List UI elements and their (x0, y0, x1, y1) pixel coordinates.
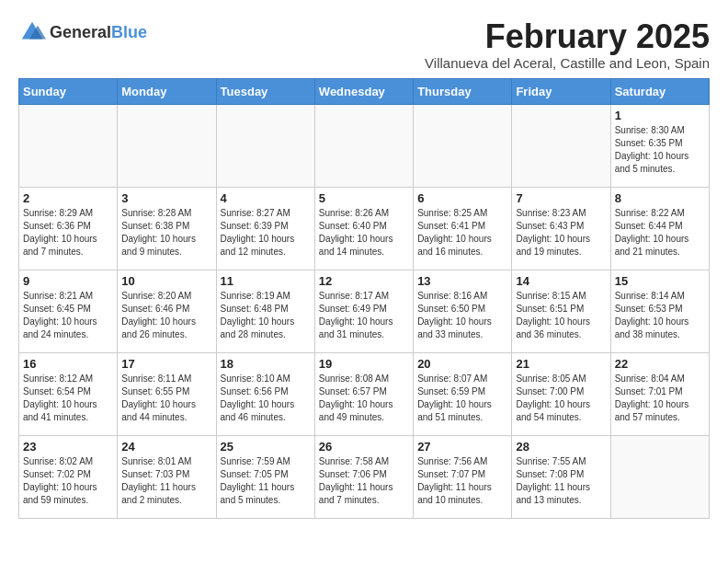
calendar-cell: 17Sunrise: 8:11 AM Sunset: 6:55 PM Dayli… (118, 352, 216, 435)
calendar-cell: 4Sunrise: 8:27 AM Sunset: 6:39 PM Daylig… (216, 187, 314, 270)
day-info: Sunrise: 8:01 AM Sunset: 7:03 PM Dayligh… (121, 455, 211, 507)
weekday-header-cell: Tuesday (216, 78, 314, 104)
day-number: 17 (121, 357, 211, 371)
day-info: Sunrise: 8:16 AM Sunset: 6:50 PM Dayligh… (417, 290, 507, 341)
calendar-cell: 1Sunrise: 8:30 AM Sunset: 6:35 PM Daylig… (610, 104, 709, 187)
weekday-header-cell: Wednesday (314, 78, 413, 104)
day-number: 11 (221, 274, 311, 288)
calendar-cell: 9Sunrise: 8:21 AM Sunset: 6:45 PM Daylig… (19, 270, 118, 352)
calendar-cell: 24Sunrise: 8:01 AM Sunset: 7:03 PM Dayli… (118, 435, 216, 518)
day-info: Sunrise: 8:04 AM Sunset: 7:01 PM Dayligh… (615, 373, 705, 424)
location-title: Villanueva del Aceral, Castille and Leon… (425, 55, 710, 71)
day-info: Sunrise: 8:14 AM Sunset: 6:53 PM Dayligh… (615, 290, 705, 341)
day-number: 28 (516, 440, 606, 454)
day-info: Sunrise: 8:12 AM Sunset: 6:54 PM Dayligh… (23, 373, 113, 424)
calendar-cell: 27Sunrise: 7:56 AM Sunset: 7:07 PM Dayli… (414, 435, 512, 518)
calendar-table: SundayMondayTuesdayWednesdayThursdayFrid… (18, 78, 710, 519)
day-info: Sunrise: 8:07 AM Sunset: 6:59 PM Dayligh… (417, 373, 507, 424)
title-section: February 2025 Villanueva del Aceral, Cas… (425, 18, 710, 71)
calendar-cell: 12Sunrise: 8:17 AM Sunset: 6:49 PM Dayli… (314, 270, 413, 352)
day-info: Sunrise: 8:25 AM Sunset: 6:41 PM Dayligh… (417, 207, 507, 259)
calendar-cell: 14Sunrise: 8:15 AM Sunset: 6:51 PM Dayli… (512, 270, 610, 352)
calendar-week-row: 9Sunrise: 8:21 AM Sunset: 6:45 PM Daylig… (19, 270, 710, 352)
day-number: 23 (23, 440, 113, 454)
day-info: Sunrise: 8:02 AM Sunset: 7:02 PM Dayligh… (23, 455, 113, 507)
calendar-body: 1Sunrise: 8:30 AM Sunset: 6:35 PM Daylig… (19, 104, 710, 518)
weekday-header-cell: Monday (118, 78, 216, 104)
calendar-cell (216, 104, 314, 187)
day-number: 3 (121, 191, 211, 205)
weekday-header-cell: Sunday (19, 78, 118, 104)
day-info: Sunrise: 8:30 AM Sunset: 6:35 PM Dayligh… (615, 124, 705, 176)
day-number: 1 (615, 109, 705, 122)
calendar-cell: 25Sunrise: 7:59 AM Sunset: 7:05 PM Dayli… (216, 435, 314, 518)
logo-text-blue: Blue (111, 23, 147, 41)
calendar-cell: 20Sunrise: 8:07 AM Sunset: 6:59 PM Dayli… (414, 352, 512, 435)
calendar-week-row: 2Sunrise: 8:29 AM Sunset: 6:36 PM Daylig… (19, 187, 710, 270)
calendar-cell: 23Sunrise: 8:02 AM Sunset: 7:02 PM Dayli… (19, 435, 118, 518)
day-info: Sunrise: 8:28 AM Sunset: 6:38 PM Dayligh… (121, 207, 211, 259)
day-number: 6 (417, 191, 507, 205)
day-info: Sunrise: 7:59 AM Sunset: 7:05 PM Dayligh… (221, 455, 311, 507)
day-number: 14 (516, 274, 606, 288)
day-number: 18 (221, 357, 311, 371)
calendar-cell: 21Sunrise: 8:05 AM Sunset: 7:00 PM Dayli… (512, 352, 610, 435)
day-number: 7 (516, 191, 606, 205)
calendar-cell (314, 104, 413, 187)
day-info: Sunrise: 8:21 AM Sunset: 6:45 PM Dayligh… (23, 290, 113, 341)
day-info: Sunrise: 8:23 AM Sunset: 6:43 PM Dayligh… (516, 207, 606, 259)
logo-text-general: General (50, 23, 111, 41)
calendar-cell: 28Sunrise: 7:55 AM Sunset: 7:08 PM Dayli… (512, 435, 610, 518)
calendar-cell: 3Sunrise: 8:28 AM Sunset: 6:38 PM Daylig… (118, 187, 216, 270)
day-info: Sunrise: 8:11 AM Sunset: 6:55 PM Dayligh… (121, 373, 211, 424)
day-info: Sunrise: 8:15 AM Sunset: 6:51 PM Dayligh… (516, 290, 606, 341)
day-number: 26 (319, 440, 409, 454)
calendar-cell: 5Sunrise: 8:26 AM Sunset: 6:40 PM Daylig… (314, 187, 413, 270)
weekday-header-cell: Thursday (414, 78, 512, 104)
logo-icon (18, 18, 46, 46)
calendar-week-row: 23Sunrise: 8:02 AM Sunset: 7:02 PM Dayli… (19, 435, 710, 518)
day-info: Sunrise: 8:27 AM Sunset: 6:39 PM Dayligh… (221, 207, 311, 259)
day-info: Sunrise: 8:10 AM Sunset: 6:56 PM Dayligh… (221, 373, 311, 424)
month-title: February 2025 (425, 18, 710, 55)
calendar-cell (118, 104, 216, 187)
calendar-cell: 8Sunrise: 8:22 AM Sunset: 6:44 PM Daylig… (610, 187, 709, 270)
day-number: 15 (615, 274, 705, 288)
day-number: 21 (516, 357, 606, 371)
logo: GeneralBlue (18, 18, 147, 46)
calendar-cell (414, 104, 512, 187)
page-header: GeneralBlue February 2025 Villanueva del… (18, 18, 710, 71)
day-number: 22 (615, 357, 705, 371)
calendar-week-row: 16Sunrise: 8:12 AM Sunset: 6:54 PM Dayli… (19, 352, 710, 435)
weekday-header-row: SundayMondayTuesdayWednesdayThursdayFrid… (19, 78, 710, 104)
day-info: Sunrise: 7:58 AM Sunset: 7:06 PM Dayligh… (319, 455, 409, 507)
calendar-cell (19, 104, 118, 187)
calendar-cell: 13Sunrise: 8:16 AM Sunset: 6:50 PM Dayli… (414, 270, 512, 352)
weekday-header-cell: Saturday (610, 78, 709, 104)
day-number: 8 (615, 191, 705, 205)
day-number: 27 (417, 440, 507, 454)
day-info: Sunrise: 8:19 AM Sunset: 6:48 PM Dayligh… (221, 290, 311, 341)
day-info: Sunrise: 8:08 AM Sunset: 6:57 PM Dayligh… (319, 373, 409, 424)
day-number: 19 (319, 357, 409, 371)
day-number: 16 (23, 357, 113, 371)
day-number: 12 (319, 274, 409, 288)
day-number: 24 (121, 440, 211, 454)
day-info: Sunrise: 8:17 AM Sunset: 6:49 PM Dayligh… (319, 290, 409, 341)
day-number: 25 (221, 440, 311, 454)
day-number: 13 (417, 274, 507, 288)
calendar-cell: 10Sunrise: 8:20 AM Sunset: 6:46 PM Dayli… (118, 270, 216, 352)
day-number: 2 (23, 191, 113, 205)
day-info: Sunrise: 8:26 AM Sunset: 6:40 PM Dayligh… (319, 207, 409, 259)
day-info: Sunrise: 7:56 AM Sunset: 7:07 PM Dayligh… (417, 455, 507, 507)
day-info: Sunrise: 8:22 AM Sunset: 6:44 PM Dayligh… (615, 207, 705, 259)
calendar-cell: 26Sunrise: 7:58 AM Sunset: 7:06 PM Dayli… (314, 435, 413, 518)
calendar-cell: 11Sunrise: 8:19 AM Sunset: 6:48 PM Dayli… (216, 270, 314, 352)
day-number: 10 (121, 274, 211, 288)
calendar-cell: 18Sunrise: 8:10 AM Sunset: 6:56 PM Dayli… (216, 352, 314, 435)
calendar-cell: 19Sunrise: 8:08 AM Sunset: 6:57 PM Dayli… (314, 352, 413, 435)
day-info: Sunrise: 7:55 AM Sunset: 7:08 PM Dayligh… (516, 455, 606, 507)
weekday-header-cell: Friday (512, 78, 610, 104)
day-number: 9 (23, 274, 113, 288)
calendar-cell: 16Sunrise: 8:12 AM Sunset: 6:54 PM Dayli… (19, 352, 118, 435)
